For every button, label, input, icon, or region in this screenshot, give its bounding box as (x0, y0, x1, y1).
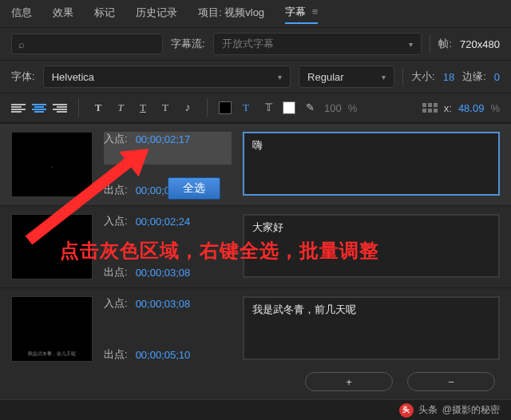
out-label: 出点: (104, 265, 128, 279)
bg-color-swatch[interactable] (219, 101, 232, 114)
chevron-down-icon: ▾ (278, 73, 282, 81)
position-group: x: 48.09 % (422, 102, 500, 114)
tab-effects[interactable]: 效果 (53, 6, 73, 23)
toutiao-logo-icon: 头 (399, 403, 414, 418)
edge-value[interactable]: 0 (494, 71, 500, 83)
align-center-icon[interactable] (32, 103, 46, 113)
opacity-value[interactable]: 100 (324, 102, 342, 114)
font-row: 字体: Helvetica ▾ Regular ▾ 大小: 18 边缘: 0 (0, 61, 511, 93)
music-note-icon[interactable]: ♪ (180, 100, 196, 116)
opacity-unit: % (348, 102, 358, 114)
tab-captions[interactable]: 字幕 ≡ (285, 5, 318, 24)
chevron-down-icon: ▾ (382, 73, 386, 81)
divider (430, 34, 430, 53)
text-outline-icon[interactable]: 𝕋 (260, 100, 276, 116)
in-label: 入点: (104, 132, 128, 146)
caption-text-input[interactable]: 嗨 (243, 132, 500, 196)
out-value[interactable]: 00;00;03;08 (136, 267, 191, 279)
font-family-value: Helvetica (52, 71, 94, 83)
out-label: 出点: (104, 183, 128, 197)
frame-value: 720x480 (460, 38, 500, 50)
tab-history[interactable]: 历史记录 (136, 6, 177, 23)
align-right-icon[interactable] (53, 103, 67, 113)
text-color-icon[interactable]: T (238, 100, 254, 116)
italic-icon[interactable]: T (113, 100, 129, 116)
remove-caption-button[interactable]: − (407, 372, 495, 391)
divider (402, 67, 403, 86)
frame-label: 帧: (438, 37, 452, 51)
caption-stream-dropdown[interactable]: 开放式字幕 ▾ (213, 33, 422, 55)
divider (78, 98, 79, 117)
tab-project[interactable]: 项目: 视频vlog (198, 6, 264, 23)
out-value[interactable]: 00;00;05;10 (136, 349, 191, 361)
edge-label: 边缘: (462, 69, 486, 84)
caption-stream-value: 开放式字幕 (222, 37, 274, 51)
attribution-source: 头条 (418, 403, 438, 417)
font-weight-value: Regular (307, 71, 344, 83)
anchor-grid-icon[interactable] (422, 103, 438, 113)
divider (207, 98, 208, 117)
font-size-value[interactable]: 18 (443, 71, 454, 83)
caption-thumbnail[interactable]: 我是武冬青，前几天呢 (11, 296, 93, 362)
align-left-icon[interactable] (11, 103, 26, 113)
x-label: x: (444, 102, 452, 114)
text-color-swatch[interactable] (283, 101, 295, 114)
attribution-footer: 头 头条 @摄影的秘密 (0, 399, 511, 420)
in-value[interactable]: 00;00;02;17 (136, 133, 191, 145)
search-input[interactable]: ⌕ (11, 34, 163, 54)
font-weight-dropdown[interactable]: Regular ▾ (299, 65, 394, 88)
annotation-text: 点击灰色区域，右键全选，批量调整 (60, 238, 379, 263)
x-unit: % (490, 102, 500, 114)
tab-info[interactable]: 信息 (11, 6, 32, 23)
style-group: T T T T ♪ (90, 100, 196, 116)
x-value[interactable]: 48.09 (458, 102, 485, 114)
tab-menu-icon[interactable]: ≡ (309, 6, 318, 18)
in-label: 入点: (104, 296, 128, 311)
search-row: ⌕ 字幕流: 开放式字幕 ▾ 帧: 720x480 (0, 28, 511, 61)
caption-thumbnail[interactable]: · (11, 132, 93, 197)
caption-item[interactable]: · 入点:00;00;02;17 出点:00;00;02 嗨 (0, 123, 511, 205)
chevron-down-icon: ▾ (409, 40, 413, 49)
search-icon: ⌕ (18, 38, 25, 50)
caption-text-input[interactable]: 我是武冬青，前几天呢 (243, 296, 500, 360)
panel-tabs: 信息 效果 标记 历史记录 项目: 视频vlog 字幕 ≡ (0, 0, 511, 28)
caption-item[interactable]: 我是武冬青，前几天呢 入点:00;00;03;08 出点:00;00;05;10… (0, 287, 511, 370)
eyedropper-icon[interactable]: ✎ (302, 100, 318, 116)
text-toolbar: T T T T ♪ T 𝕋 ✎ 100 % x: 48.09 % (0, 93, 511, 123)
tab-markers[interactable]: 标记 (94, 6, 115, 23)
underline-icon[interactable]: T (135, 100, 151, 116)
fill-group: T 𝕋 ✎ 100 % (219, 100, 357, 116)
caption-stream-label: 字幕流: (171, 37, 205, 51)
align-group (11, 103, 67, 113)
in-value[interactable]: 00;00;02;24 (136, 216, 191, 228)
font-family-dropdown[interactable]: Helvetica ▾ (43, 65, 291, 88)
bold-icon[interactable]: T (90, 100, 106, 116)
font-size-label: 大小: (411, 69, 435, 84)
in-value[interactable]: 00;00;03;08 (136, 298, 191, 310)
caption-times[interactable]: 入点:00;00;03;08 出点:00;00;05;10 (104, 296, 232, 362)
context-menu-select-all[interactable]: 全选 (168, 177, 220, 200)
out-label: 出点: (104, 347, 128, 362)
bottom-actions: + − (0, 366, 511, 398)
add-caption-button[interactable]: + (305, 372, 393, 391)
outline-text-icon[interactable]: T (157, 100, 173, 116)
font-label: 字体: (11, 69, 35, 84)
in-label: 入点: (104, 214, 128, 228)
attribution-author: @摄影的秘密 (442, 403, 500, 417)
